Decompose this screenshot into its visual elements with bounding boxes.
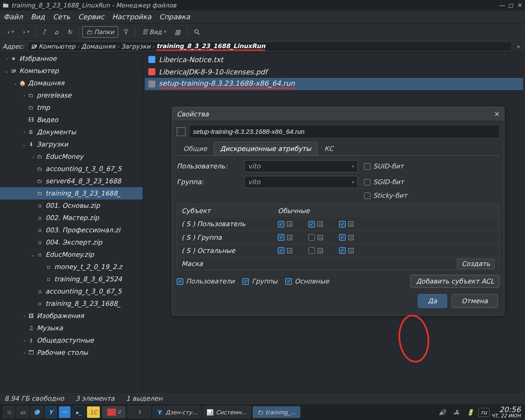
location-overflow-button[interactable]: » — [514, 43, 522, 50]
file-row[interactable]: Liberica-Notice.txt — [145, 53, 523, 66]
tree-item[interactable]: ⌄🏠Домашняя — [0, 77, 143, 89]
cancel-button[interactable]: Отмена — [452, 294, 498, 308]
perm-checkbox[interactable]: ✓ — [339, 247, 346, 254]
tree-toggle-icon[interactable]: ⌄ — [30, 252, 36, 257]
tree-item[interactable]: ▫accounting_t_3_0_67_5 — [0, 285, 143, 298]
tree-toggle-icon[interactable]: › — [21, 350, 27, 355]
task-launcher-3[interactable]: Y — [45, 406, 57, 418]
tree-item[interactable]: ▫money_t_2_0_19_2.z — [0, 261, 143, 273]
task-launcher-2[interactable]: ☻ — [31, 406, 43, 418]
file-row[interactable]: setup-training-8.3.23.1688-x86_64.run — [145, 78, 523, 90]
breadcrumb-segment[interactable]: Компьютер — [38, 43, 75, 50]
clock[interactable]: 20:56 ЧТ, 22 ИЮН — [491, 406, 522, 419]
users-checkbox[interactable]: ✓ — [177, 278, 183, 285]
task-launcher-1[interactable]: ▭ — [17, 406, 29, 418]
groups-checkbox[interactable]: ✓ — [242, 278, 249, 285]
tree-item[interactable]: 🗀server64_8_3_23_1688 — [0, 175, 143, 187]
add-acl-button[interactable]: Добавить субъект ACL — [410, 275, 500, 288]
tab-dac[interactable]: Дискреционные атрибуты — [214, 142, 318, 155]
battery-icon[interactable]: 🔋 — [464, 406, 476, 418]
tree-item[interactable]: ›🗀prerelease — [0, 89, 143, 102]
ok-button[interactable]: Да — [418, 294, 447, 308]
perm-checkbox[interactable]: ✓ — [339, 234, 346, 241]
taskbar-app[interactable]: 2 — [102, 406, 126, 418]
tree-item[interactable]: 🎞Видео — [0, 114, 143, 126]
search-button[interactable] — [190, 27, 203, 37]
tree-toggle-icon[interactable]: ⌄ — [4, 69, 10, 74]
tree-toggle-icon[interactable]: ⌄ — [12, 81, 18, 86]
tree-item[interactable]: ›🖼Изображения — [0, 310, 143, 322]
tree-item[interactable]: 🗀accounting_t_3_0_67_5 — [0, 163, 143, 175]
pane-toggle-button[interactable]: ▥ — [171, 27, 184, 37]
tab-kc[interactable]: КС — [318, 142, 340, 155]
keyboard-layout[interactable]: ru — [478, 408, 490, 417]
breadcrumb-segment[interactable]: Загрузки — [121, 43, 150, 50]
close-button[interactable]: ✕ — [516, 2, 522, 8]
sticky-checkbox[interactable] — [364, 192, 371, 199]
filter-button[interactable] — [120, 28, 132, 36]
tree-item[interactable]: ›★Избранное — [0, 52, 143, 65]
refresh-button[interactable]: ↻ — [63, 27, 76, 37]
tree-item[interactable]: ›🗎Документы — [0, 126, 143, 138]
menu-item[interactable]: Вид — [31, 13, 45, 21]
taskbar-app-system[interactable]: 📊Системн... — [203, 406, 251, 418]
tree-item[interactable]: ▫004. Эксперт.zip — [0, 236, 143, 248]
task-launcher-5[interactable]: ▸_ — [73, 406, 85, 418]
sgid-checkbox[interactable] — [364, 179, 371, 186]
tree-item[interactable]: ▫training_8_3_6_2524 — [0, 273, 143, 285]
address-box[interactable]: 🖳 Компьютер › Домашняя › Загрузки › trai… — [28, 42, 512, 51]
breadcrumb-segment[interactable]: Домашняя — [81, 43, 115, 50]
view-mode-button[interactable]: ☰ Вид ▾ — [139, 27, 169, 37]
task-launcher-4[interactable]: 〰 — [59, 406, 71, 418]
volume-icon[interactable]: 🔊 — [436, 406, 448, 418]
start-button[interactable]: ☆ — [3, 406, 15, 418]
dialog-titlebar[interactable]: Свойства ✕ — [172, 107, 504, 121]
tree-item[interactable]: ›🗀EducMoney — [0, 150, 143, 163]
menu-item[interactable]: Справка — [159, 13, 190, 21]
tree-item[interactable]: ▫002. Мастер.zip — [0, 212, 143, 224]
menu-item[interactable]: Сеть — [53, 13, 70, 21]
minimize-button[interactable]: — — [499, 2, 505, 8]
task-launcher-6[interactable]: 1C — [87, 406, 100, 418]
folder-tree[interactable]: ›★Избранное⌄🖳Компьютер⌄🏠Домашняя›🗀prerel… — [0, 52, 143, 392]
tree-item[interactable]: ⌄⬇Загрузки — [0, 138, 143, 150]
dialog-close-button[interactable]: ✕ — [494, 110, 500, 118]
tree-item[interactable]: ▫003. Профессионал.zi — [0, 224, 143, 236]
tree-toggle-icon[interactable]: › — [21, 314, 27, 318]
tree-item[interactable]: ▫001. Основы.zip — [0, 200, 143, 212]
perm-checkbox[interactable]: ✓ — [278, 247, 284, 254]
suid-checkbox[interactable] — [364, 163, 371, 170]
tree-toggle-icon[interactable]: › — [30, 154, 36, 159]
perm-checkbox[interactable]: ✓ — [278, 234, 284, 241]
menu-item[interactable]: Сервис — [78, 13, 104, 21]
tree-item[interactable]: ⌄▫EducMoney.zip — [0, 248, 143, 261]
up-button[interactable]: ⤴ — [39, 27, 49, 37]
tree-item[interactable]: ♫Музыка — [0, 322, 143, 334]
tree-item[interactable]: ▫training_8_3_23_1688_ — [0, 298, 143, 310]
tab-general[interactable]: Общие — [177, 142, 214, 155]
group-combo[interactable]: vito▾ — [244, 176, 358, 188]
perm-checkbox[interactable] — [308, 234, 315, 241]
tree-item[interactable]: ›🗔Рабочие столы — [0, 346, 143, 359]
create-mask-button[interactable]: Создать — [457, 259, 495, 269]
maximize-button[interactable]: ◻ — [508, 2, 514, 8]
tree-toggle-icon[interactable]: ⌄ — [21, 142, 27, 147]
tree-item[interactable]: ⌄🖳Компьютер — [0, 65, 143, 77]
perm-checkbox[interactable] — [308, 247, 315, 254]
tree-toggle-icon[interactable]: › — [21, 130, 27, 135]
taskbar-app[interactable]: 3 — [127, 406, 151, 418]
perm-checkbox[interactable]: ✓ — [339, 221, 346, 228]
file-list[interactable]: Liberica-Notice.txtLibericaJDK-8-9-10-li… — [143, 52, 525, 91]
filename-input[interactable] — [189, 125, 500, 138]
nav-fwd-button[interactable]: › ▾ — [19, 27, 32, 37]
menu-item[interactable]: Файл — [4, 13, 23, 21]
network-icon[interactable]: 🖧 — [450, 406, 462, 418]
tree-toggle-icon[interactable]: › — [21, 338, 27, 343]
perm-checkbox[interactable]: ✓ — [278, 221, 284, 228]
breadcrumb-current[interactable]: training_8_3_23_1688_LinuxRun — [156, 42, 265, 51]
nav-back-button[interactable]: ‹ ▾ — [4, 27, 17, 37]
perm-checkbox[interactable]: ✓ — [308, 221, 315, 228]
tree-item[interactable]: 🗀training_8_3_23_1688_ — [0, 187, 143, 200]
tree-item[interactable]: ›⚷Общедоступные — [0, 334, 143, 346]
tree-item[interactable]: 🗀tmp — [0, 102, 143, 114]
